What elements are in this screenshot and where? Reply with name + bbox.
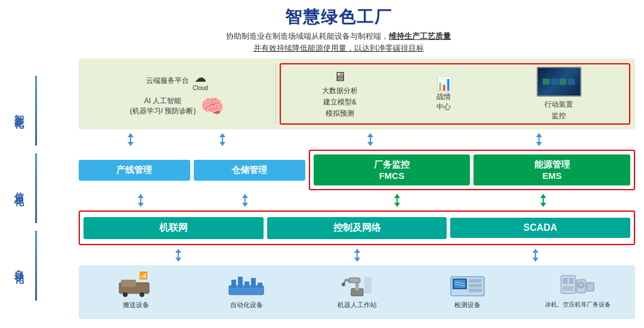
svg-point-32 (579, 283, 583, 287)
subtitle1: 协助制造业在制造场域端从耗能设备与制程端，维持生产工艺质量 (42, 31, 635, 42)
svg-rect-9 (251, 278, 256, 288)
svg-rect-33 (587, 283, 594, 291)
arrow-updown-4 (536, 133, 542, 146)
tri-up-5 (138, 194, 144, 198)
tri-down-2 (219, 142, 225, 146)
page-title: 智慧绿色工厂 (42, 6, 635, 29)
ai-sublabel: (机器学习/ 预防诊断) (130, 106, 196, 116)
monitor-block: 行动装置 监控 (491, 67, 627, 121)
transport-icon: 📶 (118, 269, 154, 299)
tri-down-5 (138, 203, 144, 207)
arrow-row3-2 (270, 249, 445, 262)
tri-up-green-1 (394, 194, 400, 198)
svg-rect-8 (244, 281, 249, 288)
left-labels: 智能化 信息化 自动化 (0, 72, 37, 304)
tri-down-green-1 (394, 203, 400, 207)
robot-label: 机器人工作站 (338, 301, 377, 310)
ems-box: 能源管理 EMS (473, 154, 630, 185)
fmcs-label2: FMCS (379, 171, 405, 181)
bigdata-label3: 模拟预测 (326, 109, 354, 119)
tri-up-9 (175, 249, 181, 253)
tri-down-10 (354, 258, 360, 262)
cloud-icon: ☁ (194, 70, 206, 85)
transport-svg: 📶 (118, 271, 154, 298)
vline-11 (535, 253, 536, 258)
arrow-updown-8 (540, 194, 546, 207)
row-automation: 📶 搬送设备 自动化设备 (79, 265, 635, 319)
device-inspect: 检测设备 (414, 269, 521, 310)
svg-rect-25 (469, 289, 482, 292)
hvac-label: 冰机、空压机等厂务设备 (545, 301, 611, 309)
vline-9 (178, 253, 179, 258)
brain-icon: 🧠 (200, 95, 224, 117)
svg-rect-7 (238, 277, 243, 288)
bigdata-block: 🖥 大数据分析 建立模型& 模拟预测 (283, 67, 396, 121)
cloud-text: Cloud (193, 85, 208, 91)
tri-down-11 (532, 258, 538, 262)
zhanqing-label: 战情中心 (436, 92, 451, 112)
fmcs-label1: 厂务监控 (374, 159, 410, 171)
arrows-row3 (79, 249, 635, 262)
tri-up-10 (354, 249, 360, 253)
cloud-ai-block: 云端服务平台 ☁ Cloud AI 人工智能 (机器学习/ 预防诊断) 🧠 (83, 63, 276, 125)
tri-up-3 (367, 133, 373, 137)
tri-up-4 (536, 133, 542, 137)
bigdata-icon: 🖥 (333, 69, 346, 85)
cloud-label-text: 云端服务平台 (146, 76, 189, 86)
arrow-updown-1 (128, 133, 134, 146)
arrow-updown-6 (242, 194, 248, 207)
tri-up-11 (532, 249, 538, 253)
svg-rect-6 (231, 280, 236, 288)
subtitle2: 并有效持续降低能源使用量，以达到净零碳排目标 (42, 43, 635, 54)
label-information-text: 信息化 (13, 184, 25, 191)
production-line-box: 产线管理 (79, 160, 190, 181)
device-transport: 📶 搬送设备 (82, 269, 189, 310)
ai-label: AI 人工智能 (130, 96, 196, 106)
tri-down-green-2 (540, 203, 546, 207)
hvac-svg (560, 271, 596, 298)
row-intelligence: 云端服务平台 ☁ Cloud AI 人工智能 (机器学习/ 预防诊断) 🧠 (79, 58, 635, 129)
ems-label2: EMS (542, 171, 562, 181)
svg-rect-23 (469, 279, 482, 283)
arrow-updown-2 (219, 133, 225, 146)
device-hvac: 冰机、空压机等厂务设备 (525, 269, 631, 309)
svg-rect-1 (121, 280, 136, 287)
arrow-updown-11 (532, 249, 538, 262)
vline-10 (357, 253, 358, 258)
machine-net-box: 机联网 (83, 217, 264, 239)
content-area: 云端服务平台 ☁ Cloud AI 人工智能 (机器学习/ 预防诊断) 🧠 (79, 58, 635, 319)
ai-text-block: AI 人工智能 (机器学习/ 预防诊断) (130, 96, 196, 116)
row-info-right: 厂务监控 FMCS 能源管理 EMS (309, 150, 635, 190)
fmcs-box: 厂务监控 FMCS (314, 154, 470, 185)
subtitle1-highlight: 维持生产工艺质量 (389, 32, 451, 41)
robot-svg (339, 271, 375, 298)
row-network: 机联网 控制及网络 SCADA (79, 211, 635, 245)
tri-up-1 (128, 133, 134, 137)
bigdata-label2: 建立模型& (323, 97, 357, 107)
device-robot: 机器人工作站 (304, 269, 410, 310)
svg-rect-17 (364, 277, 371, 293)
svg-text:📶: 📶 (139, 271, 148, 280)
tri-down-6 (242, 203, 248, 207)
arrow-updown-7 (394, 194, 400, 207)
arrows-row2 (79, 194, 635, 207)
tri-down-1 (128, 142, 134, 146)
tri-up-6 (242, 194, 248, 198)
label-intelligence-text: 智能化 (13, 107, 25, 114)
vline-4 (538, 137, 540, 142)
vline-3 (370, 137, 371, 142)
inspect-label: 检测设备 (454, 301, 481, 310)
bigdata-label1: 大数据分析 (322, 86, 358, 96)
arrows-row1 (79, 133, 635, 146)
arrow-row2-left (80, 194, 306, 207)
svg-rect-28 (569, 278, 574, 284)
vline-green-1 (397, 198, 398, 203)
inspect-icon (450, 269, 485, 299)
vline-2 (222, 137, 223, 142)
svg-rect-13 (348, 278, 360, 283)
monitor-screen (537, 67, 581, 97)
arrow-row3-1 (91, 249, 266, 262)
row-info-left: 产线管理 仓储管理 (79, 160, 305, 181)
arrow-left-group (79, 133, 274, 146)
ems-label1: 能源管理 (534, 159, 570, 171)
